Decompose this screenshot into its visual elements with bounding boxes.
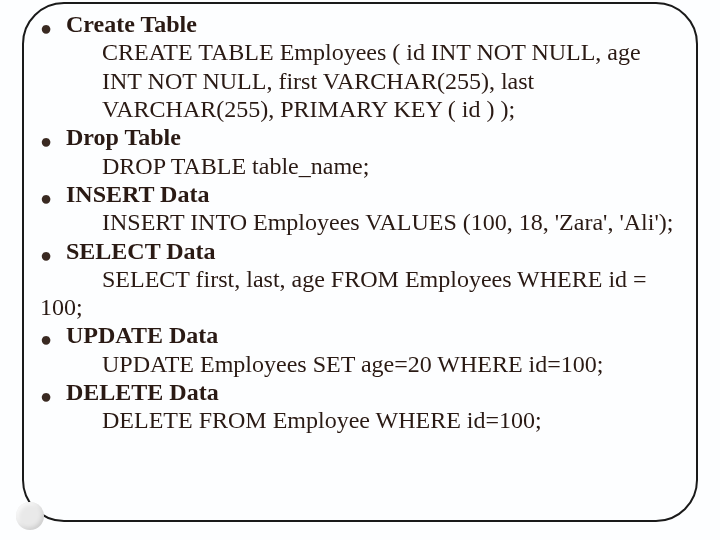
item-body: CREATE TABLE Employees ( id INT NOT NULL…: [40, 38, 680, 123]
item-heading: DELETE Data: [66, 378, 219, 406]
item-body: INSERT INTO Employees VALUES (100, 18, '…: [40, 208, 680, 236]
list-item: ● Drop Table DROP TABLE table_name;: [40, 123, 680, 180]
bullet-list: ● Create Table CREATE TABLE Employees ( …: [40, 10, 680, 435]
list-item: ● DELETE Data DELETE FROM Employee WHERE…: [40, 378, 680, 435]
item-body: DROP TABLE table_name;: [40, 152, 680, 180]
item-heading: Create Table: [66, 10, 197, 38]
list-item: ● INSERT Data INSERT INTO Employees VALU…: [40, 180, 680, 237]
bullet-icon: ●: [40, 245, 66, 265]
bullet-icon: ●: [40, 131, 66, 151]
item-body-wrap: 100;: [40, 293, 680, 321]
list-item: ● UPDATE Data UPDATE Employees SET age=2…: [40, 321, 680, 378]
list-item: ● SELECT Data SELECT first, last, age FR…: [40, 237, 680, 322]
list-item: ● Create Table CREATE TABLE Employees ( …: [40, 10, 680, 123]
page-number-circle: [16, 502, 44, 530]
bullet-icon: ●: [40, 329, 66, 349]
item-heading: Drop Table: [66, 123, 181, 151]
content-frame: ● Create Table CREATE TABLE Employees ( …: [22, 2, 698, 522]
item-heading: UPDATE Data: [66, 321, 218, 349]
item-heading: INSERT Data: [66, 180, 209, 208]
bullet-icon: ●: [40, 188, 66, 208]
item-heading: SELECT Data: [66, 237, 216, 265]
item-body: UPDATE Employees SET age=20 WHERE id=100…: [40, 350, 680, 378]
item-body: SELECT first, last, age FROM Employees W…: [40, 265, 680, 293]
item-body: DELETE FROM Employee WHERE id=100;: [40, 406, 680, 434]
slide: ● Create Table CREATE TABLE Employees ( …: [0, 0, 720, 540]
bullet-icon: ●: [40, 18, 66, 38]
bullet-icon: ●: [40, 386, 66, 406]
